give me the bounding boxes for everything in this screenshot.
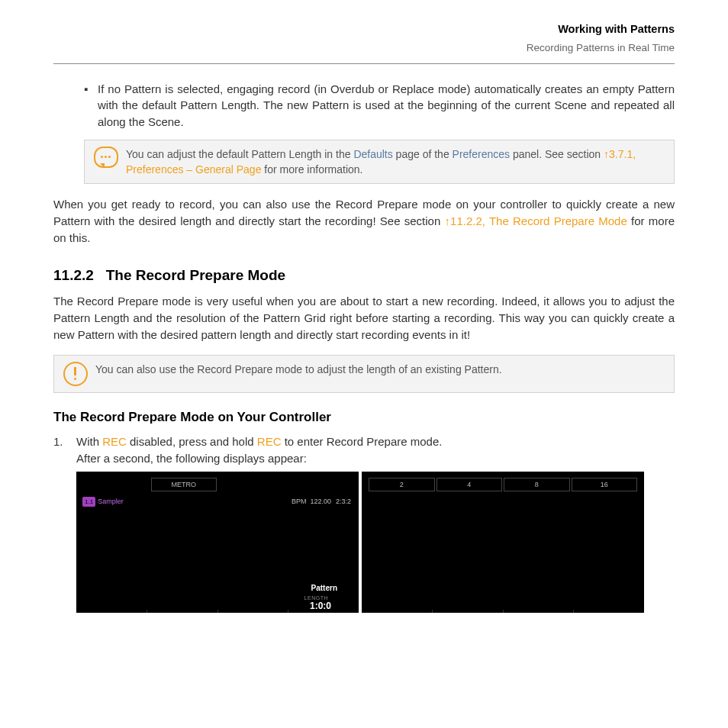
tab-metro[interactable]: METRO	[151, 478, 217, 491]
callout-tip: You can adjust the default Pattern Lengt…	[84, 140, 675, 185]
right-screen: 2 4 8 16	[362, 472, 644, 613]
section-heading: 11.2.2 The Record Prepare Mode	[53, 265, 675, 286]
keyword-rec: REC	[102, 435, 127, 448]
tab-2[interactable]: 2	[369, 478, 435, 491]
paragraph: When you get ready to record, you can al…	[53, 196, 675, 246]
tab-4[interactable]: 4	[436, 478, 503, 491]
tab-empty	[83, 478, 150, 491]
paragraph: The Record Prepare mode is very useful w…	[53, 293, 675, 343]
xref-11-2-2[interactable]: ↑11.2.2, The Record Prepare Mode	[445, 214, 627, 227]
link-preferences[interactable]: Preferences	[453, 148, 510, 160]
page: Working with Patterns Recording Patterns…	[0, 0, 728, 728]
left-screen: METRO 1.1 Sampler BPM 122.00 2:3:2 Patte…	[76, 472, 359, 613]
bpm-readout: BPM 122.00	[292, 497, 331, 507]
info-icon	[63, 362, 89, 386]
tip-icon	[94, 147, 120, 168]
callout-body: You can also use the Record Prepare mode…	[95, 362, 665, 377]
header-rule	[53, 63, 675, 64]
header-section: Recording Patterns in Real Time	[53, 40, 675, 56]
header-chapter: Working with Patterns	[53, 21, 675, 37]
step-item: 1. With REC disabled, press and hold REC…	[53, 433, 675, 467]
step-text: With REC disabled, press and hold REC to…	[76, 433, 675, 467]
tab-empty	[218, 478, 285, 491]
tab-16[interactable]: 16	[572, 478, 638, 491]
bullet-text: If no Pattern is selected, engaging reco…	[98, 81, 675, 130]
subsection-heading: The Record Prepare Mode on Your Controll…	[53, 408, 675, 427]
callout-info: You can also use the Record Prepare mode…	[53, 355, 675, 393]
tab-8[interactable]: 8	[504, 478, 570, 491]
tab-empty	[286, 478, 353, 491]
position-readout: 2:3:2	[336, 497, 351, 507]
bullet-list: ▪ If no Pattern is selected, engaging re…	[53, 81, 675, 185]
bullet-item: ▪ If no Pattern is selected, engaging re…	[84, 81, 675, 130]
link-defaults[interactable]: Defaults	[353, 148, 392, 160]
page-header: Working with Patterns Recording Patterns…	[53, 21, 675, 56]
controller-displays: METRO 1.1 Sampler BPM 122.00 2:3:2 Patte…	[76, 472, 675, 613]
group-chip: 1.1	[82, 497, 95, 507]
sound-name: Sampler	[98, 497, 124, 507]
bullet-marker: ▪	[84, 81, 98, 98]
callout-body: You can adjust the default Pattern Lengt…	[126, 147, 665, 178]
keyword-rec: REC	[257, 435, 282, 448]
pattern-label: Pattern	[311, 583, 337, 594]
step-number: 1.	[53, 433, 76, 450]
